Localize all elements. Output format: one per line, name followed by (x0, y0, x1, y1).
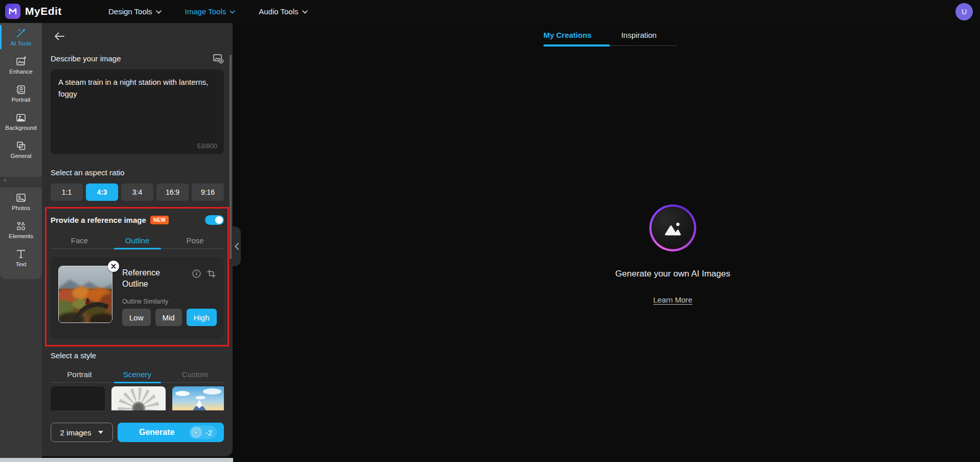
caret-down-icon (98, 431, 103, 434)
sidebar-item-label: Text (15, 261, 26, 267)
similarity-high-button[interactable]: High (187, 309, 217, 326)
mountain-icon (649, 204, 696, 251)
ai-image-panel: Describe your image A steam train in a n… (42, 23, 233, 456)
aspect-ratio-group: 1:1 4:3 3:4 16:9 9:16 (51, 183, 224, 201)
close-icon[interactable] (108, 261, 119, 272)
nav-design-tools[interactable]: Design Tools (108, 7, 162, 16)
panel-scrollbar[interactable] (230, 55, 232, 259)
sidebar-item-ai-tools[interactable]: AI Tools (0, 23, 42, 51)
tab-face[interactable]: Face (51, 232, 108, 248)
tab-style-scenery[interactable]: Scenery (108, 366, 166, 382)
background-icon (15, 112, 27, 123)
credit-amount: -2 (206, 428, 212, 437)
reference-toggle[interactable] (205, 215, 224, 225)
back-button[interactable] (52, 29, 66, 43)
aspect-button-9-16[interactable]: 9:16 (192, 183, 224, 201)
elements-icon (15, 220, 27, 232)
describe-label: Describe your image (51, 54, 121, 63)
chevron-down-icon (156, 10, 162, 14)
generate-button[interactable]: Generate -2 (118, 423, 224, 442)
top-navbar: MyEdit Design Tools Image Tools Audio To… (0, 0, 980, 23)
general-icon (15, 140, 27, 151)
style-thumbnail-sunflower-sketch[interactable] (111, 386, 166, 410)
text-icon (15, 248, 27, 260)
sidebar-item-label: AI Tools (11, 40, 32, 47)
active-tab-underline (543, 44, 610, 47)
style-thumbnail-blank[interactable] (51, 386, 105, 410)
style-thumbnail-row (51, 386, 224, 410)
tab-my-creations[interactable]: My Creations (543, 31, 591, 39)
sidebar-item-portrait[interactable]: Portrait (0, 79, 42, 107)
ai-image-icon (649, 204, 696, 251)
image-count-value: 2 images (60, 428, 92, 437)
reference-tabs: Face Outline Pose (51, 232, 224, 249)
nav-audio-tools[interactable]: Audio Tools (259, 7, 307, 16)
user-avatar[interactable]: U (955, 3, 973, 20)
similarity-label: Outline Similarity (122, 298, 168, 305)
plus-icon: + (3, 176, 7, 184)
portrait-icon (15, 84, 27, 95)
nav-label: Design Tools (108, 7, 152, 16)
tab-outline[interactable]: Outline (108, 232, 166, 248)
brand[interactable]: MyEdit (5, 4, 62, 19)
learn-more-link[interactable]: Learn More (653, 295, 693, 304)
aspect-ratio-label: Select an aspect ratio (51, 168, 124, 177)
sidebar-group-ai: AI Tools Enhance Portrait Background Gen… (0, 23, 42, 177)
style-tabs: Portrait Scenery Custom (51, 366, 224, 383)
sidebar-group-editor: Photos Elements Text (0, 188, 42, 279)
tool-sidebar: AI Tools Enhance Portrait Background Gen… (0, 23, 42, 458)
sidebar-item-label: General (11, 153, 32, 159)
sidebar-item-text[interactable]: Text (0, 244, 42, 272)
back-arrow-icon (54, 32, 65, 41)
aspect-button-16-9[interactable]: 16:9 (156, 183, 189, 201)
tab-inspiration[interactable]: Inspiration (621, 31, 656, 39)
empty-state-title: Generate your own AI Images (616, 269, 731, 279)
char-counter: 53/800 (197, 142, 217, 150)
toggle-knob (215, 216, 223, 224)
image-count-dropdown[interactable]: 2 images (51, 423, 113, 442)
myedit-logo-icon (5, 4, 20, 19)
nav-image-tools[interactable]: Image Tools (185, 7, 236, 16)
enhance-icon (15, 56, 27, 67)
chevron-down-icon (302, 10, 308, 14)
primary-nav: Design Tools Image Tools Audio Tools (108, 0, 308, 23)
add-image-icon[interactable] (213, 53, 224, 64)
sidebar-item-label: Elements (9, 233, 33, 239)
sidebar-item-background[interactable]: Background (0, 107, 42, 135)
sidebar-item-label: Photos (12, 205, 30, 211)
nav-label: Audio Tools (259, 7, 298, 16)
tab-pose[interactable]: Pose (166, 232, 224, 248)
panel-collapse-handle[interactable] (233, 226, 241, 266)
sidebar-item-photos[interactable]: Photos (0, 188, 42, 216)
new-badge: NEW (150, 216, 169, 224)
similarity-mid-button[interactable]: Mid (155, 309, 182, 326)
reference-thumbnail[interactable] (58, 266, 112, 323)
sidebar-item-elements[interactable]: Elements (0, 216, 42, 244)
style-thumbnail-mount-fuji[interactable] (172, 386, 224, 410)
reference-label: Provide a reference image (51, 216, 146, 224)
info-icon[interactable] (192, 269, 201, 278)
aspect-button-3-4[interactable]: 3:4 (121, 183, 153, 201)
reference-card-title: Reference Outline (122, 267, 179, 289)
empty-state: Generate your own AI Images Learn More (606, 204, 739, 304)
credit-token-icon (191, 427, 202, 438)
style-label: Select a style (51, 351, 96, 360)
sidebar-item-label: Portrait (11, 97, 30, 103)
magic-wand-icon (15, 28, 27, 39)
tab-style-portrait[interactable]: Portrait (51, 366, 108, 382)
bottom-strip (0, 458, 233, 462)
tab-style-custom[interactable]: Custom (166, 366, 224, 382)
sidebar-item-label: Enhance (9, 68, 32, 75)
crop-icon[interactable] (207, 269, 216, 278)
chevron-left-icon (235, 243, 239, 250)
aspect-button-1-1[interactable]: 1:1 (51, 183, 83, 201)
creations-tabs: My Creations Inspiration (543, 31, 656, 39)
similarity-low-button[interactable]: Low (122, 309, 151, 326)
aspect-button-4-3[interactable]: 4:3 (86, 183, 118, 201)
generate-label: Generate (139, 428, 174, 437)
creations-area: My Creations Inspiration Generate your o… (233, 23, 980, 462)
chevron-down-icon (230, 10, 235, 14)
prompt-container: A steam train in a night station with la… (51, 70, 224, 154)
sidebar-item-enhance[interactable]: Enhance (0, 51, 42, 79)
sidebar-item-general[interactable]: General (0, 135, 42, 164)
